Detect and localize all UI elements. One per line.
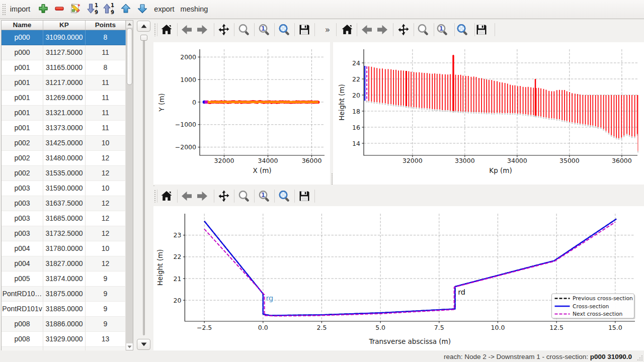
toolbar-separator [254,23,255,36]
cell-points: 12 [86,151,126,166]
table-row[interactable]: p00131165.00008 [2,60,126,75]
remove-cross-section-button[interactable] [52,2,67,17]
table-row[interactable]: p00431780.000010 [2,241,126,256]
home-icon [160,190,173,203]
table-row[interactable]: p00831886.00009 [2,317,126,332]
column-header-points[interactable]: Points [86,21,126,30]
arrow-up-icon [120,3,131,16]
back-button[interactable] [179,22,195,38]
back-button[interactable] [359,22,375,38]
column-header-kp[interactable]: KP [43,21,86,30]
table-row[interactable]: p00131373.000011 [2,121,126,136]
zoom-one-icon: 1 [436,23,449,36]
zoom-one-button[interactable]: 1 [434,22,450,38]
toolbar-separator [177,190,178,203]
svg-text:23: 23 [173,231,181,239]
table-row[interactable]: p00331590.000010 [2,181,126,196]
table-row[interactable]: p00831929.000013 [2,332,126,347]
cross-section-plot[interactable]: −2.50.02.55.07.510.012.515.020212223Tran… [153,206,644,350]
zoom-button[interactable] [415,22,431,38]
pan-button[interactable] [216,188,232,204]
zoom-region-button[interactable] [454,22,470,38]
table-row[interactable]: p00231480.000012 [2,151,126,166]
sort-ascending-button[interactable]: 1 : 9 [101,2,116,17]
zoom-region-button[interactable] [276,188,292,204]
svg-text:10.0: 10.0 [491,324,505,331]
longitudinal-profile-plot[interactable]: 3200033000340003500036000242220181614Kp … [333,42,644,185]
pan-button[interactable] [216,22,232,38]
table-row[interactable]: p00031127.500011 [2,45,126,60]
cell-kp: 31373.0000 [43,121,86,136]
scrollbar-up-button[interactable] [126,21,133,28]
table-row[interactable]: p00231425.000010 [2,136,126,151]
cell-points: 11 [86,90,126,106]
svg-text:2000: 2000 [180,53,196,61]
table-row[interactable]: p00331732.500012 [2,226,126,241]
svg-text:Height (m): Height (m) [156,249,164,286]
move-up-button[interactable] [118,2,133,17]
toolbar-overflow-button[interactable]: » [323,24,332,37]
zoom-button[interactable] [236,22,252,38]
home-button[interactable] [158,22,175,38]
save-button[interactable] [296,188,312,204]
forward-button[interactable] [374,22,390,38]
table-row[interactable]: p00131269.000011 [2,90,126,106]
table-row[interactable]: p00031090.00008 [2,30,126,45]
zoom-one-icon: 1 [258,190,271,203]
zoom-button[interactable] [236,188,252,204]
save-icon [298,23,311,36]
pan-button[interactable] [395,22,412,38]
cross-section-slider-thumb[interactable] [140,35,147,41]
triangle-down-icon [127,345,132,348]
edit-icon [69,3,81,17]
plot-legend: Previous cross-sectionCross-sectionNext … [552,294,635,319]
previous-cross-section-button[interactable] [137,21,150,32]
zoom-one-button[interactable]: 1 [256,22,272,38]
plot-toolbar-drag-handle[interactable] [154,23,156,36]
meshing-button[interactable]: meshing [179,2,210,17]
table-row[interactable]: p00331685.000012 [2,211,126,226]
plot-toolbar-drag-handle[interactable] [154,190,156,203]
forward-button[interactable] [194,188,210,204]
save-button[interactable] [473,22,490,38]
table-row[interactable]: p00431827.000012 [2,256,126,272]
back-button[interactable] [179,188,195,204]
cell-kp: 31090.0000 [43,30,86,45]
home-button[interactable] [339,22,355,38]
svg-text:0: 0 [192,99,196,106]
next-cross-section-button[interactable] [137,339,150,350]
sort-descending-button[interactable]: 1 : 9 [85,2,100,17]
svg-text:32000: 32000 [403,157,423,164]
plan-view-plot[interactable]: 320003400036000200010000−1000−2000X (m)Y… [153,42,330,185]
cell-kp: 31827.0000 [43,256,86,272]
cross-section-slider-track[interactable] [143,36,145,335]
table-row[interactable]: p00531874.00009 [2,272,126,287]
zoom-region-button[interactable] [276,22,292,38]
move-down-button[interactable] [135,2,150,17]
scrollbar-thumb[interactable] [127,28,132,85]
table-row[interactable]: p00231535.000012 [2,166,126,181]
forward-button[interactable] [194,22,210,38]
scrollbar-down-button[interactable] [126,343,133,350]
home-button[interactable] [158,188,175,204]
toolbar-drag-handle[interactable] [2,3,6,16]
save-button[interactable] [296,22,312,38]
cell-points: 10 [86,136,126,151]
table-row[interactable]: PontRD101v31885.00009 [2,302,126,317]
table-row[interactable]: p00331637.500012 [2,196,126,211]
zoom-one-button[interactable]: 1 [256,188,272,204]
cell-points: 9 [86,302,126,317]
table-row[interactable]: p00131217.000011 [2,75,126,90]
home-icon [160,23,173,36]
table-row[interactable]: p00131321.000011 [2,106,126,121]
add-cross-section-button[interactable] [36,2,51,17]
column-header-name[interactable]: Name [2,21,43,30]
cell-kp: 31480.0000 [43,151,86,166]
table-row[interactable]: PontRD10…31875.00009 [2,287,126,302]
svg-text:16: 16 [352,124,360,131]
resize-grip[interactable] [636,354,643,361]
import-button[interactable]: import [7,2,33,17]
export-button[interactable]: export [149,2,180,17]
edit-cross-section-button[interactable] [67,2,83,17]
svg-text:X (m): X (m) [253,166,271,174]
